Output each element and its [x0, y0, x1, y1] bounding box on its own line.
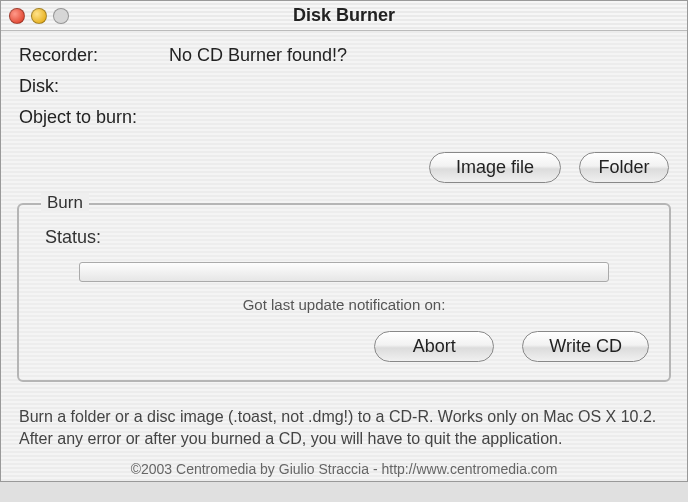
- progress-bar: [79, 262, 609, 282]
- status-row: Status:: [45, 227, 649, 248]
- recorder-value: No CD Burner found!?: [169, 45, 347, 66]
- burn-legend: Burn: [41, 193, 89, 213]
- image-file-button[interactable]: Image file: [429, 152, 561, 183]
- recorder-label: Recorder:: [19, 45, 169, 66]
- window-title: Disk Burner: [9, 5, 679, 26]
- abort-button[interactable]: Abort: [374, 331, 494, 362]
- zoom-icon[interactable]: [53, 8, 69, 24]
- burn-buttons: Abort Write CD: [39, 331, 649, 362]
- object-to-burn-label: Object to burn:: [19, 107, 169, 128]
- burn-group: Burn Status: Got last update notificatio…: [17, 203, 671, 382]
- folder-button[interactable]: Folder: [579, 152, 669, 183]
- titlebar: Disk Burner: [1, 1, 687, 31]
- content-area: Recorder: No CD Burner found!? Disk: Obj…: [1, 31, 687, 144]
- close-icon[interactable]: [9, 8, 25, 24]
- disk-row: Disk:: [19, 76, 669, 97]
- write-cd-button[interactable]: Write CD: [522, 331, 649, 362]
- object-row: Object to burn:: [19, 107, 669, 128]
- disk-label: Disk:: [19, 76, 169, 97]
- help-text: Burn a folder or a disc image (.toast, n…: [1, 392, 687, 453]
- update-notification-label: Got last update notification on:: [39, 296, 649, 313]
- traffic-lights: [9, 8, 69, 24]
- status-label: Status:: [45, 227, 101, 247]
- minimize-icon[interactable]: [31, 8, 47, 24]
- recorder-row: Recorder: No CD Burner found!?: [19, 45, 669, 66]
- copyright-text: ©2003 Centromedia by Giulio Straccia - h…: [1, 453, 687, 481]
- window: Disk Burner Recorder: No CD Burner found…: [0, 0, 688, 482]
- source-buttons: Image file Folder: [1, 144, 687, 197]
